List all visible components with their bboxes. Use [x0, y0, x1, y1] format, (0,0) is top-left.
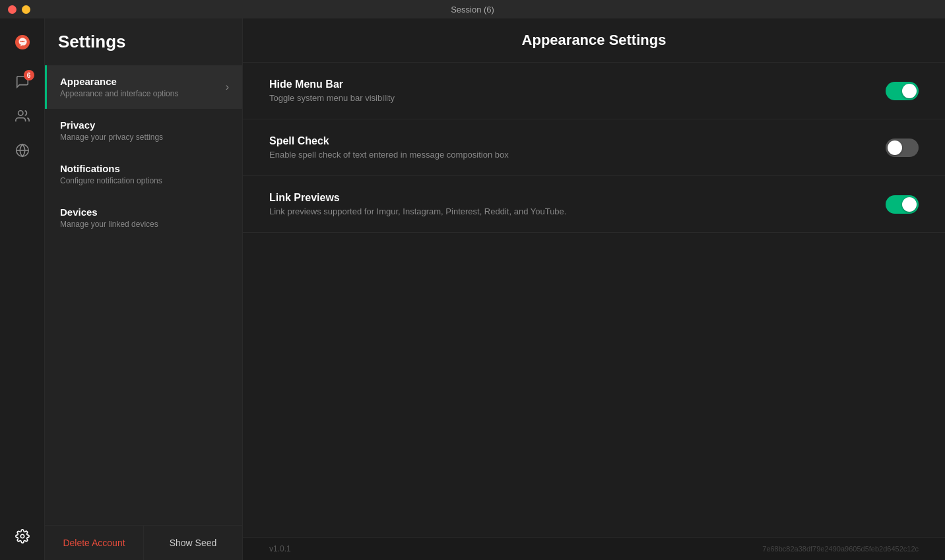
toggle-knob-spell-check — [888, 140, 902, 155]
sidebar-item-appearance-content: Appearance Appearance and interface opti… — [60, 76, 226, 98]
svg-point-2 — [21, 41, 22, 42]
nav-contacts[interactable] — [7, 100, 38, 132]
toggle-track-spell-check[interactable] — [886, 139, 919, 157]
toggle-track-hide-menu-bar[interactable] — [886, 82, 919, 100]
toggle-knob-hide-menu-bar — [902, 84, 917, 98]
setting-info-link-previews: Link Previews Link previews supported fo… — [269, 192, 886, 216]
nav-logo[interactable] — [7, 26, 38, 58]
sidebar-item-appearance-arrow: › — [226, 81, 229, 93]
toggle-track-link-previews[interactable] — [886, 195, 919, 214]
svg-point-4 — [18, 111, 22, 115]
svg-point-1 — [20, 41, 21, 42]
sidebar-item-privacy-content: Privacy Manage your privacy settings — [60, 119, 229, 142]
sidebar-item-notifications-content: Notifications Configure notification opt… — [60, 163, 229, 185]
sidebar: Settings Appearance Appearance and inter… — [45, 18, 243, 560]
title-bar: Session (6) — [0, 0, 945, 18]
toggle-hide-menu-bar[interactable] — [886, 82, 919, 100]
main-footer: v1.0.1 7e68bc82a38df79e2490a9605d5feb2d6… — [243, 537, 945, 560]
setting-row-spell-check: Spell Check Enable spell check of text e… — [243, 119, 945, 176]
close-button[interactable] — [8, 5, 16, 14]
setting-info-spell-check: Spell Check Enable spell check of text e… — [269, 135, 886, 160]
sidebar-item-notifications-desc: Configure notification options — [60, 176, 229, 185]
setting-desc-spell-check: Enable spell check of text entered in me… — [269, 150, 886, 160]
toggle-link-previews[interactable] — [886, 195, 919, 214]
main-content: Appearance Settings Hide Menu Bar Toggle… — [243, 18, 945, 560]
sidebar-item-devices[interactable]: Devices Manage your linked devices — [45, 196, 242, 239]
setting-desc-link-previews: Link previews supported for Imgur, Insta… — [269, 206, 886, 216]
setting-info-hide-menu-bar: Hide Menu Bar Toggle system menu bar vis… — [269, 78, 886, 103]
svg-point-3 — [23, 41, 24, 42]
show-seed-button[interactable]: Show Seed — [143, 526, 242, 560]
sidebar-item-privacy-desc: Manage your privacy settings — [60, 133, 229, 142]
version-text: v1.0.1 — [269, 544, 291, 553]
toggle-knob-link-previews — [902, 197, 917, 212]
sidebar-item-notifications[interactable]: Notifications Configure notification opt… — [45, 152, 242, 196]
sidebar-item-appearance[interactable]: Appearance Appearance and interface opti… — [45, 65, 242, 109]
toggle-spell-check[interactable] — [886, 139, 919, 157]
settings-list: Hide Menu Bar Toggle system menu bar vis… — [243, 63, 945, 537]
setting-title-spell-check: Spell Check — [269, 135, 886, 147]
main-header: Appearance Settings — [243, 18, 945, 63]
sidebar-item-privacy-title: Privacy — [60, 119, 229, 131]
sidebar-item-notifications-title: Notifications — [60, 163, 229, 174]
nav-globe[interactable] — [7, 135, 38, 166]
app-body: 6 Se — [0, 18, 945, 560]
window-controls — [8, 5, 30, 14]
nav-messages[interactable]: 6 — [7, 66, 38, 98]
setting-row-hide-menu-bar: Hide Menu Bar Toggle system menu bar vis… — [243, 63, 945, 119]
sidebar-title: Settings — [45, 18, 242, 65]
delete-account-button[interactable]: Delete Account — [45, 526, 143, 560]
sidebar-item-privacy[interactable]: Privacy Manage your privacy settings — [45, 109, 242, 152]
setting-title-link-previews: Link Previews — [269, 192, 886, 204]
setting-title-hide-menu-bar: Hide Menu Bar — [269, 78, 886, 90]
sidebar-item-appearance-title: Appearance — [60, 76, 226, 87]
nav-icons: 6 — [0, 18, 45, 560]
sidebar-item-devices-desc: Manage your linked devices — [60, 220, 229, 229]
sidebar-item-devices-title: Devices — [60, 206, 229, 218]
setting-row-link-previews: Link Previews Link previews supported fo… — [243, 176, 945, 233]
svg-point-7 — [20, 534, 24, 538]
minimize-button[interactable] — [22, 5, 30, 14]
setting-desc-hide-menu-bar: Toggle system menu bar visibility — [269, 93, 886, 103]
sidebar-item-appearance-desc: Appearance and interface options — [60, 89, 226, 98]
sidebar-items: Appearance Appearance and interface opti… — [45, 65, 242, 525]
nav-settings[interactable] — [7, 520, 38, 552]
page-title: Appearance Settings — [269, 32, 919, 49]
sidebar-footer: Delete Account Show Seed — [45, 525, 242, 560]
hash-text: 7e68bc82a38df79e2490a9605d5feb2d6452c12c — [762, 545, 919, 553]
window-title: Session (6) — [451, 5, 494, 15]
sidebar-item-devices-content: Devices Manage your linked devices — [60, 206, 229, 229]
messages-badge: 6 — [24, 70, 34, 80]
